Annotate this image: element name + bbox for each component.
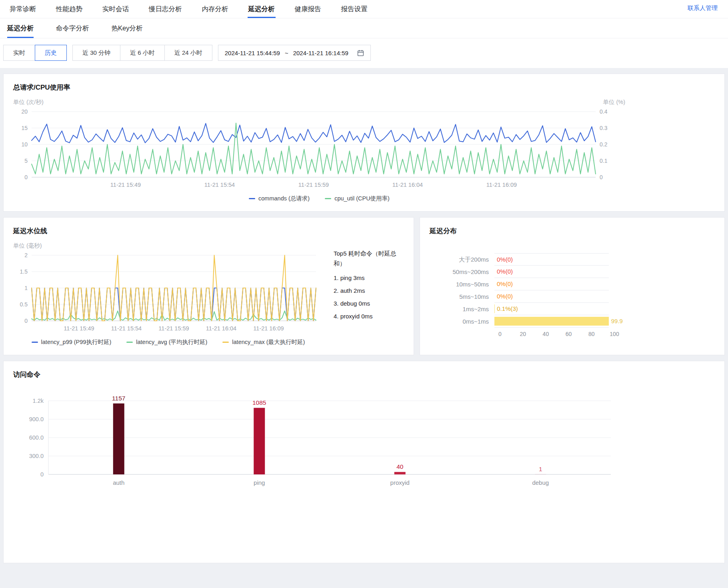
svg-text:0: 0 — [40, 471, 44, 478]
sub-tab-bar: 延迟分析命令字分析热Key分析 — [0, 18, 728, 38]
main-tab-6[interactable]: 延迟分析 — [248, 0, 276, 18]
distribution-track: 99.9 — [494, 315, 609, 328]
main-tab-2[interactable]: 性能趋势 — [55, 0, 83, 18]
date-start: 2024-11-21 15:44:59 — [225, 50, 280, 56]
latency-chart-legend: latency_p99 (P99执行时延)latency_avg (平均执行时延… — [13, 338, 323, 346]
left-axis-unit-label: 单位 (次/秒) — [13, 98, 44, 106]
distribution-axis-tick: 100 — [610, 331, 619, 337]
svg-text:ping: ping — [254, 479, 265, 486]
latency-axis-unit-label: 单位 (毫秒) — [13, 242, 42, 250]
access-commands-chart: 0300.0600.0900.01.2k1157auth1085ping40pr… — [13, 390, 621, 490]
main-tab-1[interactable]: 异常诊断 — [9, 0, 37, 18]
toolbar-button-2[interactable]: 历史 — [35, 45, 67, 61]
svg-text:0: 0 — [600, 174, 603, 180]
svg-text:40: 40 — [396, 463, 404, 470]
middle-row: 延迟水位线 单位 (毫秒) 00.511.5211-21 15:4911-21 … — [3, 217, 725, 355]
distribution-axis-tick: 0 — [498, 331, 502, 337]
distribution-row-4: 5ms~10ms0%(0) — [435, 290, 715, 303]
bar-proxyid — [394, 472, 406, 474]
distribution-value: 0%(0) — [497, 290, 513, 302]
toolbar-button-4[interactable]: 近 6 小时 — [120, 45, 165, 61]
latency-distribution-chart: 大于200ms0%(0)50ms~200ms0%(0)10ms~50ms0%(0… — [435, 253, 715, 340]
commands-panel-title: 访问命令 — [13, 370, 715, 379]
svg-text:auth: auth — [113, 479, 124, 486]
sub-tab-2[interactable]: 命令字分析 — [56, 18, 89, 38]
distribution-row-2: 50ms~200ms0%(0) — [435, 266, 715, 278]
legend-marker — [222, 342, 229, 343]
svg-text:11-21 16:09: 11-21 16:09 — [486, 182, 517, 188]
legend-item-latency_p99[interactable]: latency_p99 (P99执行时延) — [32, 338, 112, 346]
legend-item-latency_max[interactable]: latency_max (最大执行时延) — [222, 338, 305, 346]
distribution-axis-tick: 20 — [520, 331, 526, 337]
top5-item-1: 1. ping 3ms — [334, 274, 404, 281]
toolbar-button-5[interactable]: 近 24 小时 — [164, 45, 212, 61]
date-range-picker[interactable]: 2024-11-21 15:44:59 ~ 2024-11-21 16:14:5… — [218, 45, 371, 61]
legend-item-commands[interactable]: commands (总请求) — [249, 195, 310, 202]
toolbar-button-1[interactable]: 实时 — [3, 45, 35, 61]
svg-text:900.0: 900.0 — [29, 416, 44, 422]
sub-tab-3[interactable]: 热Key分析 — [112, 18, 143, 38]
top5-commands-list: Top5 耗时命令（时延总和） 1. ping 3ms2. auth 2ms3.… — [334, 236, 404, 346]
svg-text:11-21 15:54: 11-21 15:54 — [111, 325, 142, 332]
legend-marker — [32, 342, 38, 343]
distribution-value: 99.9 — [611, 315, 623, 327]
series-commands — [32, 124, 596, 143]
main-tab-4[interactable]: 慢日志分析 — [148, 0, 183, 18]
svg-text:0.1: 0.1 — [600, 158, 608, 164]
contact-manage-link[interactable]: 联系人管理 — [688, 4, 718, 12]
top5-item-4: 4. proxyid 0ms — [334, 313, 404, 320]
svg-text:0.5: 0.5 — [20, 301, 28, 308]
top5-item-2: 2. auth 2ms — [334, 287, 404, 294]
svg-text:11-21 15:54: 11-21 15:54 — [204, 182, 235, 188]
legend-label: latency_max (最大执行时延) — [232, 338, 305, 346]
svg-text:11-21 15:59: 11-21 15:59 — [158, 325, 189, 332]
distribution-row-5: 1ms~2ms0.1%(3) — [435, 303, 715, 315]
toolbar: 实时历史 近 30 分钟近 6 小时近 24 小时 2024-11-21 15:… — [0, 38, 728, 61]
bar-auth — [113, 404, 124, 474]
distribution-row-6: 0ms~1ms99.9 — [435, 315, 715, 328]
distribution-track: 0%(0) — [494, 278, 609, 290]
date-separator: ~ — [285, 50, 288, 56]
distribution-panel-title: 延迟分布 — [430, 226, 715, 236]
toolbar-button-3[interactable]: 近 30 分钟 — [72, 45, 120, 61]
calendar-icon[interactable] — [357, 50, 364, 56]
svg-text:5: 5 — [24, 158, 28, 164]
main-tab-5[interactable]: 内存分析 — [201, 0, 229, 18]
distribution-category: 50ms~200ms — [435, 266, 494, 278]
content-area: 总请求/CPU使用率 单位 (次/秒) 单位 (%) 0050.1100.215… — [0, 68, 728, 563]
latency-analysis-page: 异常诊断性能趋势实时会话慢日志分析内存分析延迟分析健康报告报告设置 联系人管理 … — [0, 0, 728, 563]
main-tabs: 异常诊断性能趋势实时会话慢日志分析内存分析延迟分析健康报告报告设置 — [9, 0, 387, 18]
legend-item-latency_avg[interactable]: latency_avg (平均执行时延) — [126, 338, 207, 346]
requests-cpu-chart: 0050.1100.2150.3200.411-21 15:4911-21 15… — [13, 108, 625, 191]
series-latency_avg — [32, 311, 316, 320]
sub-tabs: 延迟分析命令字分析热Key分析 — [7, 18, 165, 38]
main-tab-3[interactable]: 实时会话 — [102, 0, 130, 18]
latency-watermark-chart: 00.511.5211-21 15:4911-21 15:5411-21 15:… — [13, 251, 323, 334]
main-tab-7[interactable]: 健康报告 — [294, 0, 322, 18]
sub-tab-1[interactable]: 延迟分析 — [7, 18, 34, 38]
legend-label: latency_p99 (P99执行时延) — [41, 338, 112, 346]
mode-button-group: 实时历史 — [3, 45, 67, 61]
top-nav: 异常诊断性能趋势实时会话慢日志分析内存分析延迟分析健康报告报告设置 联系人管理 — [0, 0, 728, 18]
legend-item-cpu_util[interactable]: cpu_util (CPU使用率) — [325, 195, 390, 202]
svg-text:11-21 16:09: 11-21 16:09 — [253, 325, 284, 332]
distribution-track: 0%(0) — [494, 266, 609, 278]
svg-text:11-21 15:59: 11-21 15:59 — [298, 182, 329, 188]
svg-text:0.3: 0.3 — [600, 125, 608, 131]
distribution-bar — [494, 317, 609, 326]
distribution-track: 0.1%(3) — [494, 303, 609, 315]
series-cpu_util — [32, 123, 596, 174]
top5-items: 1. ping 3ms2. auth 2ms3. debug 0ms4. pro… — [334, 274, 404, 320]
svg-text:0: 0 — [24, 318, 28, 324]
distribution-value: 0%(0) — [497, 254, 513, 266]
svg-text:1157: 1157 — [112, 395, 125, 402]
distribution-category: 大于200ms — [435, 253, 494, 266]
main-tab-8[interactable]: 报告设置 — [340, 0, 368, 18]
distribution-axis-tick: 40 — [543, 331, 549, 337]
distribution-category: 1ms~2ms — [435, 303, 494, 315]
distribution-value: 0%(0) — [497, 266, 513, 278]
legend-label: cpu_util (CPU使用率) — [334, 195, 390, 202]
svg-text:11-21 15:49: 11-21 15:49 — [64, 325, 94, 332]
legend-marker — [325, 198, 331, 199]
distribution-category: 0ms~1ms — [435, 315, 494, 328]
